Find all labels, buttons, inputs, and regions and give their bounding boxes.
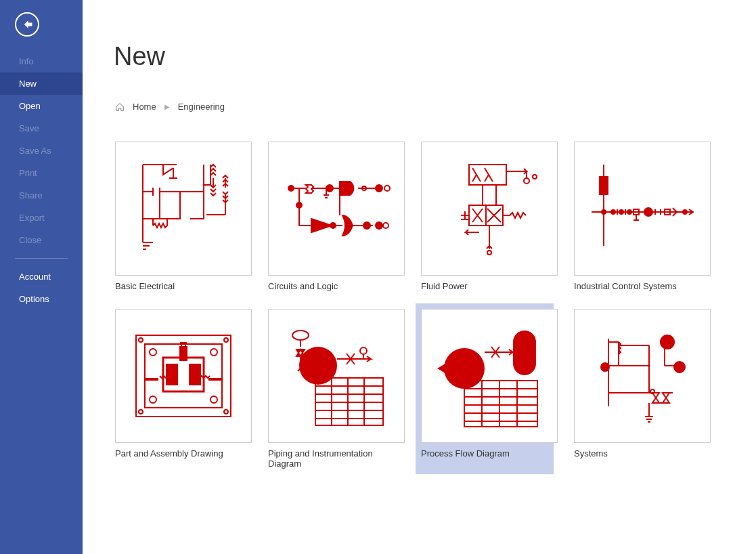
template-process-flow[interactable]: Process Flow Diagram [416, 303, 554, 474]
svg-point-4 [330, 223, 336, 228]
thumbnail-icon [279, 151, 394, 266]
thumbnail-icon [126, 318, 241, 433]
sidebar-item-close: Close [0, 229, 83, 251]
svg-point-22 [644, 208, 652, 216]
template-systems[interactable]: Systems [574, 309, 712, 469]
backstage-menu: Info New Open Save Save As Print Share E… [0, 50, 83, 310]
breadcrumb: Home ▶ Engineering [115, 102, 756, 112]
page-title: New [114, 42, 756, 71]
svg-rect-16 [600, 177, 608, 194]
chevron-right-icon: ▶ [164, 103, 170, 110]
svg-point-6 [376, 222, 382, 229]
svg-point-38 [210, 349, 217, 356]
sidebar-item-save: Save [0, 117, 83, 140]
template-label: Industrial Control Systems [574, 281, 712, 291]
sidebar-item-print: Print [0, 162, 83, 184]
svg-point-18 [611, 210, 615, 214]
template-basic-electrical[interactable]: Basic Electrical [115, 142, 253, 291]
svg-point-30 [224, 410, 228, 414]
svg-point-49 [650, 389, 654, 393]
main-area: New Home ▶ Engineering Basic Electrical [83, 0, 756, 554]
svg-rect-10 [469, 165, 506, 185]
svg-point-20 [627, 210, 631, 214]
svg-point-36 [210, 396, 217, 403]
svg-point-7 [383, 223, 388, 228]
svg-point-1 [326, 185, 333, 192]
svg-point-37 [150, 349, 156, 356]
template-label: Circuits and Logic [268, 281, 406, 291]
svg-point-28 [224, 338, 228, 342]
svg-point-19 [619, 210, 623, 214]
svg-point-12 [533, 175, 537, 179]
svg-rect-45 [464, 381, 537, 427]
template-circuits-logic[interactable]: Circuits and Logic [268, 142, 406, 291]
svg-point-47 [661, 335, 674, 349]
svg-point-48 [674, 362, 685, 372]
template-label: Basic Electrical [115, 281, 253, 291]
svg-point-15 [487, 251, 491, 255]
breadcrumb-home[interactable]: Home [133, 102, 156, 112]
svg-point-41 [360, 347, 367, 354]
backstage-sidebar: Info New Open Save Save As Print Share E… [0, 0, 83, 554]
sidebar-item-open[interactable]: Open [0, 95, 83, 117]
svg-point-11 [524, 178, 529, 184]
sidebar-item-new[interactable]: New [0, 72, 83, 95]
template-fluid-power[interactable]: Fluid Power [421, 142, 559, 291]
thumbnail [574, 142, 711, 276]
sidebar-item-saveas: Save As [0, 140, 83, 162]
thumbnail-icon [279, 318, 394, 433]
template-grid: Basic Electrical [115, 142, 756, 469]
separator [15, 258, 68, 259]
template-label: Process Flow Diagram [421, 448, 548, 459]
thumbnail [115, 309, 252, 443]
sidebar-item-account[interactable]: Account [0, 265, 83, 288]
arrow-left-icon [20, 18, 34, 31]
sidebar-item-share: Share [0, 184, 83, 207]
thumbnail-icon [585, 151, 700, 266]
sidebar-item-info: Info [0, 50, 83, 72]
template-label: Piping and Instrumentation Diagram [268, 448, 406, 469]
sidebar-item-export: Export [0, 207, 83, 229]
template-piping-instrumentation[interactable]: Piping and Instrumentation Diagram [268, 309, 406, 469]
svg-point-39 [292, 331, 309, 340]
thumbnail [421, 309, 558, 443]
svg-point-0 [288, 186, 294, 191]
thumbnail [268, 142, 405, 276]
template-label: Fluid Power [421, 281, 559, 291]
svg-point-3 [296, 203, 302, 208]
thumbnail-icon [126, 151, 241, 266]
thumbnail [574, 309, 711, 443]
svg-point-46 [601, 363, 609, 371]
svg-point-24 [683, 210, 687, 214]
svg-rect-34 [190, 364, 200, 385]
svg-point-5 [363, 222, 370, 229]
svg-point-29 [139, 410, 143, 414]
svg-point-27 [139, 338, 143, 342]
svg-point-35 [150, 396, 156, 403]
template-label: Systems [574, 448, 712, 459]
svg-point-9 [384, 186, 390, 191]
template-label: Part and Assembly Drawing [115, 448, 253, 459]
thumbnail [115, 142, 252, 276]
thumbnail [268, 309, 405, 443]
template-part-assembly[interactable]: Part and Assembly Drawing [115, 309, 253, 469]
template-industrial-control[interactable]: Industrial Control Systems [574, 142, 712, 291]
thumbnail-icon [432, 318, 547, 433]
home-icon[interactable] [115, 102, 125, 112]
sidebar-item-options[interactable]: Options [0, 288, 83, 310]
thumbnail-icon [585, 318, 700, 433]
svg-rect-44 [513, 331, 536, 375]
svg-rect-32 [180, 347, 187, 360]
back-button[interactable] [15, 12, 39, 37]
svg-point-17 [602, 210, 606, 214]
thumbnail-icon [432, 151, 547, 266]
svg-point-8 [376, 185, 382, 192]
thumbnail [421, 142, 558, 276]
svg-rect-33 [166, 364, 177, 385]
breadcrumb-current[interactable]: Engineering [178, 102, 225, 112]
